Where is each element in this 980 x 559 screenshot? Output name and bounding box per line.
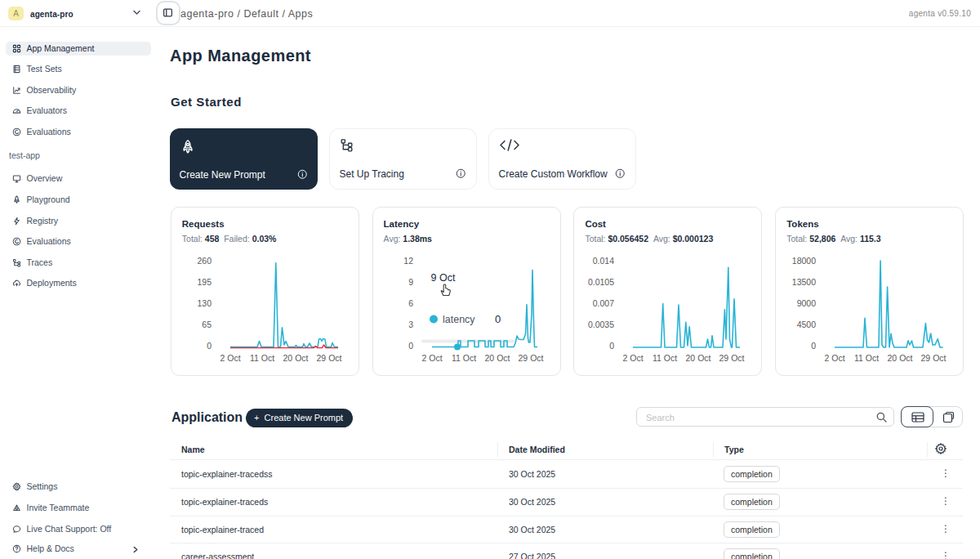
svg-text:2 Oct: 2 Oct — [825, 353, 845, 363]
svg-text:65: 65 — [202, 320, 212, 329]
svg-text:0: 0 — [610, 341, 615, 351]
svg-text:2 Oct: 2 Oct — [623, 353, 644, 363]
svg-text:0.0035: 0.0035 — [588, 320, 614, 329]
svg-text:0.014: 0.014 — [593, 256, 614, 266]
svg-text:9: 9 — [408, 277, 413, 287]
svg-text:11 Oct: 11 Oct — [452, 353, 476, 363]
svg-text:29 Oct: 29 Oct — [921, 353, 947, 363]
svg-text:11 Oct: 11 Oct — [653, 353, 677, 363]
svg-text:9000: 9000 — [797, 298, 817, 308]
svg-text:20 Oct: 20 Oct — [888, 353, 913, 363]
svg-text:2 Oct: 2 Oct — [421, 353, 442, 363]
svg-text:20 Oct: 20 Oct — [686, 353, 711, 363]
svg-text:20 Oct: 20 Oct — [283, 353, 308, 363]
svg-text:29 Oct: 29 Oct — [719, 353, 745, 363]
svg-text:18000: 18000 — [792, 256, 816, 266]
svg-text:12: 12 — [403, 256, 413, 266]
svg-text:9 Oct: 9 Oct — [430, 272, 455, 284]
svg-text:0: 0 — [408, 341, 413, 351]
svg-text:20 Oct: 20 Oct — [484, 353, 510, 363]
svg-text:0: 0 — [811, 341, 816, 351]
svg-text:29 Oct: 29 Oct — [518, 353, 543, 363]
svg-text:0.007: 0.007 — [593, 298, 614, 308]
svg-text:11 Oct: 11 Oct — [250, 353, 274, 363]
svg-text:195: 195 — [197, 277, 212, 287]
svg-text:0.0105: 0.0105 — [588, 277, 614, 287]
svg-text:0: 0 — [495, 313, 501, 325]
svg-text:4500: 4500 — [797, 320, 817, 329]
svg-text:130: 130 — [197, 298, 212, 308]
svg-text:0: 0 — [207, 341, 212, 351]
svg-text:latency: latency — [443, 314, 475, 325]
svg-text:260: 260 — [197, 256, 212, 266]
svg-text:13500: 13500 — [792, 277, 816, 287]
svg-text:29 Oct: 29 Oct — [316, 353, 341, 363]
svg-text:6: 6 — [408, 298, 413, 308]
svg-text:11 Oct: 11 Oct — [854, 353, 879, 363]
svg-text:2 Oct: 2 Oct — [220, 353, 240, 363]
svg-text:3: 3 — [408, 320, 413, 329]
